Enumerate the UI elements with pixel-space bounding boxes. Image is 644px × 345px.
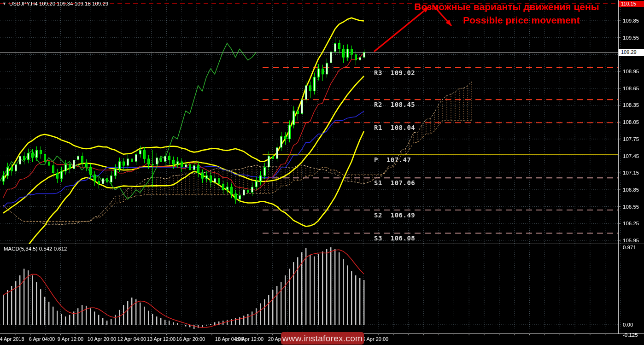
price-tick-label: 108.05 bbox=[623, 119, 639, 125]
annotation-text-en: Possible price movement bbox=[463, 15, 580, 26]
macd-label: MACD(5,34,5) 0.542 0.612 bbox=[4, 246, 67, 251]
price-tick-label: 109.55 bbox=[623, 35, 639, 41]
pivot-label: P 107.47 bbox=[374, 156, 411, 164]
pivot-label: S2 106.49 bbox=[374, 211, 415, 219]
price-tick-label: 108.35 bbox=[623, 102, 639, 108]
price-tick-label: 107.15 bbox=[623, 170, 639, 176]
time-tick-label: 13 Apr 12:00 bbox=[147, 336, 176, 342]
pivot-label: S1 107.06 bbox=[374, 179, 415, 187]
annotation-text-ru: Возможные варианты движения цены bbox=[414, 1, 599, 12]
time-tick-label: 4 Apr 2018 bbox=[0, 336, 24, 342]
symbol-marker-icon: ▼ bbox=[2, 1, 6, 6]
price-tick-label: 106.85 bbox=[623, 187, 639, 193]
price-tick-label: 108.95 bbox=[623, 68, 639, 75]
chart-window: ▼ USDJPY,H4 109.20 109.34 109.18 109.29 … bbox=[0, 0, 644, 345]
time-tick-label: 12 Apr 04:00 bbox=[117, 336, 146, 342]
price-tick-label: 107.45 bbox=[623, 153, 639, 159]
watermark: www.instaforex.com bbox=[281, 332, 364, 345]
time-tick-label: 10 Apr 20:00 bbox=[88, 336, 116, 342]
symbol-ohlc-text: USDJPY,H4 109.20 109.34 109.18 109.29 bbox=[9, 1, 108, 6]
chart-canvas[interactable] bbox=[0, 0, 644, 345]
time-tick-label: 16 Apr 20:00 bbox=[176, 336, 205, 342]
pivot-label: R3 109.02 bbox=[374, 69, 415, 76]
alert-price-label: 110.15 bbox=[619, 1, 644, 7]
price-tick-label: 108.65 bbox=[623, 85, 639, 92]
pivot-label: S3 106.08 bbox=[374, 234, 415, 242]
price-tick-label: 107.75 bbox=[623, 136, 639, 142]
time-tick-label: 26 Apr 20:00 bbox=[360, 336, 388, 342]
current-price-label: 109.29 bbox=[619, 49, 644, 56]
time-tick-label: 19 Apr 12:00 bbox=[235, 336, 263, 342]
price-tick-label: 106.25 bbox=[623, 220, 639, 227]
pivot-label: R2 108.45 bbox=[374, 101, 415, 108]
price-tick-label: 109.85 bbox=[623, 18, 639, 24]
time-tick-label: 9 Apr 12:00 bbox=[58, 336, 83, 342]
macd-tick-label: 0.00 bbox=[623, 322, 633, 328]
price-tick-label: 106.55 bbox=[623, 204, 639, 210]
macd-tick-label: 0.971 bbox=[623, 244, 636, 251]
time-tick-label: 6 Apr 04:00 bbox=[29, 336, 55, 342]
price-tick-label: 105.95 bbox=[623, 237, 639, 244]
macd-tick-label: -0.125 bbox=[623, 332, 638, 338]
pivot-label: R1 108.04 bbox=[374, 124, 415, 131]
symbol-info: ▼ USDJPY,H4 109.20 109.34 109.18 109.29 bbox=[2, 1, 108, 6]
